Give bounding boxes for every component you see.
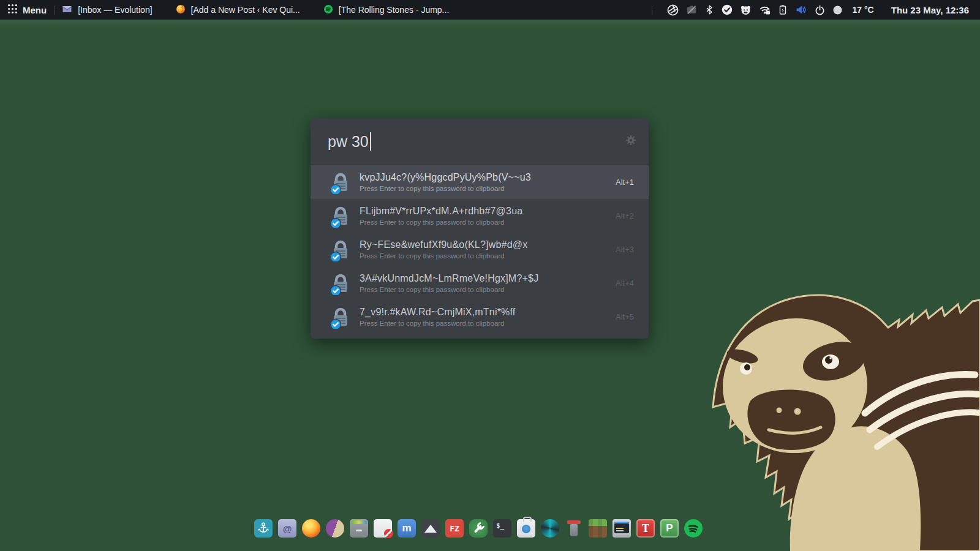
minecraft-app-icon[interactable] xyxy=(589,519,607,538)
result-subtitle: Press Enter to copy this password to cli… xyxy=(360,252,527,260)
clamp-tool-app-icon[interactable] xyxy=(565,519,583,538)
pinta-app-icon[interactable]: P xyxy=(660,519,679,538)
password-lock-icon xyxy=(329,272,352,295)
password-lock-icon xyxy=(329,305,352,329)
shortcut-badge: Alt+2 xyxy=(607,211,634,220)
password-text: 3A#vkUnmdJcM~LmRmeVe!Hgx]M?+$J xyxy=(360,273,538,284)
result-subtitle: Press Enter to copy this password to cli… xyxy=(360,219,522,226)
dock: @ m FZ $_ T P xyxy=(254,519,703,538)
camera-off-icon[interactable] xyxy=(686,4,697,15)
password-text: kvpJJu4c?(y%HggcdPyUy%Pb(V~~u3 xyxy=(360,172,531,183)
gear-icon[interactable] xyxy=(625,135,636,148)
package-wrench-app-icon[interactable] xyxy=(469,519,488,538)
password-lock-icon xyxy=(329,171,352,194)
text-caret xyxy=(370,132,371,151)
mail-app-icon[interactable]: @ xyxy=(278,519,296,538)
browser-purple-app-icon[interactable] xyxy=(326,519,344,538)
texmaker-app-icon[interactable]: T xyxy=(636,519,655,538)
password-text: FLijbm#V*rrUPx*dM.A+rdhb#7@3ua xyxy=(360,206,522,217)
wifi-secure-icon[interactable] xyxy=(759,4,771,15)
spotify-app-icon[interactable] xyxy=(684,519,703,538)
power-icon[interactable] xyxy=(815,5,825,15)
result-row-4[interactable]: 3A#vkUnmdJcM~LmRmeVe!Hgx]M?+$J Press Ent… xyxy=(311,266,649,300)
sloth-wallpaper-illustration xyxy=(704,282,980,551)
taskbar-button-label: [The Rolling Stones - Jump... xyxy=(339,5,450,15)
shortcut-badge: Alt+4 xyxy=(607,279,634,288)
result-row-3[interactable]: Ry~FEse&wefufXf9u&o(KL?]wb#d@x Press Ent… xyxy=(311,233,649,266)
shortcut-badge: Alt+1 xyxy=(607,178,634,187)
tray-separator xyxy=(652,6,652,15)
check-circle-icon[interactable] xyxy=(722,4,733,15)
bluetooth-icon[interactable] xyxy=(704,4,714,15)
anchor-app-icon[interactable] xyxy=(254,519,273,538)
launcher-search-row: pw 30 xyxy=(311,118,649,165)
password-text: Ry~FEse&wefufXf9u&o(KL?]wb#d@x xyxy=(360,239,527,250)
battery-charging-icon[interactable] xyxy=(778,4,788,15)
weather-dot-icon[interactable] xyxy=(832,5,843,15)
result-subtitle: Press Enter to copy this password to cli… xyxy=(360,320,516,327)
firefox-icon xyxy=(176,4,186,16)
password-lock-icon xyxy=(329,204,352,228)
menu-label: Menu xyxy=(23,5,47,15)
text-editor-app-icon[interactable] xyxy=(374,519,392,538)
taskbar-button-evolution[interactable]: [Inbox — Evolution] xyxy=(62,0,152,20)
launcher-window: pw 30 xyxy=(311,118,649,339)
spotify-icon xyxy=(323,4,333,16)
result-row-1[interactable]: kvpJJu4c?(y%HggcdPyUy%Pb(V~~u3 Press Ent… xyxy=(311,165,649,199)
system-tray: 17 °C Thu 23 May, 12:36 xyxy=(644,4,973,16)
clock-label[interactable]: Thu 23 May, 12:36 xyxy=(891,5,969,15)
search-input[interactable]: pw 30 xyxy=(328,131,371,152)
search-query-text: pw 30 xyxy=(328,133,369,151)
terminal-app-icon[interactable]: $_ xyxy=(493,519,511,538)
panel-separator xyxy=(54,6,55,15)
file-archive-app-icon[interactable] xyxy=(350,519,368,538)
shortcut-badge: Alt+3 xyxy=(607,245,634,254)
password-text: 7_v9!r.#kAW.Rd~CmjMiX,mTni*%ff xyxy=(360,307,516,318)
evolution-mail-icon xyxy=(62,4,72,16)
shutter-swirl-icon[interactable] xyxy=(667,4,679,16)
volume-icon[interactable] xyxy=(795,4,807,15)
taskbar-button-spotify[interactable]: [The Rolling Stones - Jump... xyxy=(323,0,450,20)
taskbar-button-label: [Inbox — Evolution] xyxy=(78,5,152,15)
ape-mascot-icon[interactable] xyxy=(740,4,752,15)
shortcut-badge: Alt+5 xyxy=(607,312,634,321)
top-panel: Menu [Inbox — Evolution] [Add a New Post… xyxy=(0,0,980,20)
firefox-app-icon[interactable] xyxy=(302,519,320,538)
mastodon-app-icon[interactable]: m xyxy=(398,519,416,538)
shutter-swirl-app-icon[interactable] xyxy=(541,519,559,538)
password-lock-icon xyxy=(329,238,352,261)
taskbar-button-firefox[interactable]: [Add a New Post ‹ Kev Qui... xyxy=(176,0,300,20)
menu-button[interactable]: Menu xyxy=(7,4,47,16)
remote-terminal-app-icon[interactable] xyxy=(612,519,631,538)
backup-app-icon[interactable] xyxy=(517,519,535,538)
filezilla-app-icon[interactable]: FZ xyxy=(445,519,464,538)
result-row-2[interactable]: FLijbm#V*rrUPx*dM.A+rdhb#7@3ua Press Ent… xyxy=(311,199,649,233)
result-subtitle: Press Enter to copy this password to cli… xyxy=(360,185,531,192)
result-subtitle: Press Enter to copy this password to cli… xyxy=(360,286,538,293)
taskbar-button-label: [Add a New Post ‹ Kev Qui... xyxy=(191,5,300,15)
temperature-label[interactable]: 17 °C xyxy=(853,5,874,15)
inkscape-app-icon[interactable] xyxy=(421,519,440,538)
result-row-5[interactable]: 7_v9!r.#kAW.Rd~CmjMiX,mTni*%ff Press Ent… xyxy=(311,300,649,334)
app-grid-icon xyxy=(7,4,18,16)
